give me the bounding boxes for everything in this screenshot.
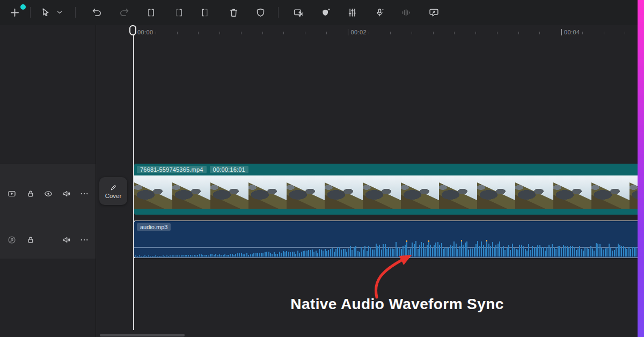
waveform-bar (632, 247, 633, 257)
ruler-minor-tick (497, 32, 497, 34)
waveform-bar (441, 243, 442, 257)
video-thumbnail (515, 175, 553, 209)
waveform-bar (319, 249, 320, 257)
waveform-bar (265, 252, 266, 257)
ruler-minor-tick (518, 32, 519, 34)
cover-button-label: Cover (105, 193, 122, 199)
waveform-bar (634, 247, 635, 257)
waveform-bar (179, 255, 180, 257)
select-tool-dropdown[interactable] (53, 3, 67, 21)
waveform-bar (337, 247, 338, 257)
annotation-arrow (365, 249, 424, 303)
waveform-bar (444, 247, 445, 257)
waveform-bar (579, 246, 580, 257)
undo-button[interactable] (87, 3, 106, 21)
mask-button[interactable] (251, 3, 269, 21)
waveform-bar (459, 246, 460, 257)
split-delete-right-button[interactable] (195, 3, 214, 21)
waveform-bar (603, 250, 604, 257)
speaker-icon[interactable] (62, 235, 71, 245)
waveform-bar (177, 255, 178, 257)
waveform-bar (554, 247, 555, 257)
waveform-bar (325, 249, 326, 257)
timeline-ruler[interactable]: 00:0000:0200:04 (0, 25, 644, 40)
smart-mask-button[interactable] (317, 3, 335, 21)
microphone-sparkle-icon (374, 7, 385, 18)
lock-icon[interactable] (26, 189, 35, 199)
trash-icon (228, 7, 239, 18)
chevron-down-icon (55, 8, 64, 17)
ruler-minor-tick (156, 32, 156, 34)
waveform-bar (283, 251, 284, 257)
split-delete-left-button[interactable] (170, 3, 188, 21)
waveform-bar (253, 253, 254, 257)
waveform-bar (262, 253, 264, 257)
video-thumbnail (439, 175, 477, 209)
visibility-eye-icon[interactable] (43, 189, 53, 199)
waveform-bar (266, 252, 267, 257)
video-thumbnail (325, 175, 363, 209)
waveform-bar (450, 245, 451, 257)
waveform-bar (599, 244, 601, 257)
video-clip[interactable]: 76681-559745365.mp4 00:00:16:01 (134, 164, 644, 215)
waveform-bar (310, 250, 311, 257)
delete-button[interactable] (224, 3, 243, 21)
waveform-bar (157, 256, 158, 257)
waveform-bar (323, 251, 324, 257)
ruler-major-tick (348, 29, 349, 35)
waveform-bar (435, 243, 436, 257)
waveform-bar (534, 248, 535, 257)
waveform-bar (437, 242, 438, 257)
cover-button[interactable]: Cover (99, 177, 127, 205)
ruler-minor-tick (262, 32, 263, 34)
ruler-minor-tick (475, 32, 476, 34)
ruler-label: 00:02 (351, 29, 367, 35)
waveform-bar (257, 253, 258, 257)
waveform-bar (241, 253, 242, 257)
waveform-bar (144, 255, 145, 257)
video-thumbnail (210, 175, 248, 209)
shield-icon (255, 7, 266, 18)
video-editor-app: 00:0000:0200:04 Cover 76681-559745365.mp… (0, 0, 644, 337)
speaker-icon[interactable] (62, 189, 71, 199)
more-options-icon[interactable] (79, 235, 89, 245)
waveform-bar (354, 247, 355, 257)
waveform-bar (208, 255, 209, 257)
horizontal-scrollbar[interactable] (100, 334, 185, 336)
waveform-bar (510, 250, 511, 257)
waveform-bar (468, 250, 469, 257)
waveform-bar (275, 254, 276, 257)
waveform-bar (485, 248, 486, 257)
waveform-bar (185, 255, 186, 257)
more-options-icon[interactable] (79, 189, 89, 199)
redo-button[interactable] (115, 3, 133, 21)
captions-bubble-icon (428, 7, 440, 18)
select-tool-button[interactable] (36, 3, 54, 21)
waveform-bar (570, 246, 571, 257)
video-thumbnail (591, 175, 630, 209)
waveform-bar (277, 254, 278, 257)
ai-voice-button[interactable] (370, 3, 389, 21)
waveform-bar (361, 247, 362, 257)
waveform-bar (525, 249, 526, 257)
waveform-bar (479, 246, 480, 257)
playhead-handle[interactable] (129, 25, 136, 35)
shield-sparkle-icon (320, 7, 332, 18)
waveform-bar (545, 251, 546, 257)
split-button[interactable] (142, 3, 160, 21)
waveform-bar (543, 247, 544, 257)
waveform-bar (204, 255, 206, 257)
waveform-bar (152, 256, 153, 257)
waveform-bar (155, 255, 156, 257)
waveform-bar (526, 251, 528, 257)
video-thumbnail (134, 175, 172, 209)
smart-cut-button[interactable] (289, 3, 308, 21)
waveform-bar (299, 253, 300, 257)
adjust-button[interactable] (343, 3, 361, 21)
waveform-bar (172, 255, 173, 257)
waveform-bar (303, 251, 304, 257)
lock-icon[interactable] (26, 235, 35, 245)
audio-waveform-button[interactable] (397, 3, 415, 21)
auto-captions-button[interactable] (425, 3, 443, 21)
waveform-bar (197, 255, 198, 257)
